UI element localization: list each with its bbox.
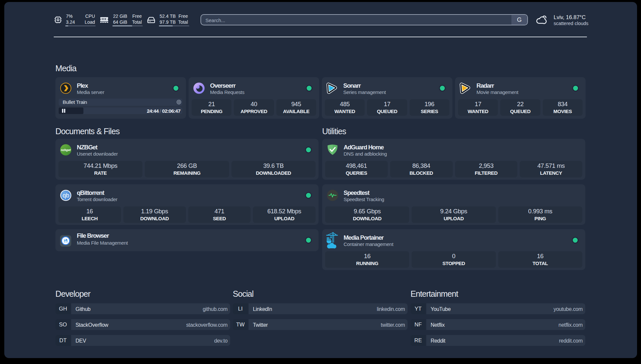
svg-text:nzbget: nzbget [61, 148, 71, 152]
svg-text:qb: qb [63, 192, 70, 199]
